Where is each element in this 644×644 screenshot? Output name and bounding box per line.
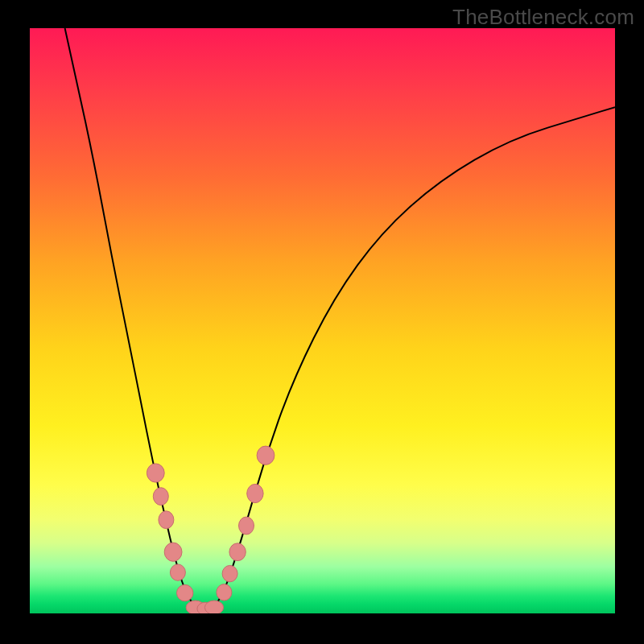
watermark-text: TheBottleneck.com	[452, 5, 634, 30]
marker-bead	[170, 564, 185, 580]
marker-bead	[217, 584, 232, 601]
plot-area	[30, 28, 615, 613]
marker-bead	[239, 517, 254, 535]
marker-bead	[257, 446, 275, 464]
marker-bead	[147, 464, 164, 482]
marker-bead	[222, 565, 237, 581]
marker-bead	[164, 543, 182, 561]
chart-svg	[30, 28, 615, 613]
marker-bead	[247, 484, 263, 502]
marker-beads	[147, 446, 274, 613]
marker-bead	[159, 511, 174, 529]
marker-bead	[229, 543, 246, 561]
app-root: TheBottleneck.com	[0, 0, 644, 644]
bottleneck-curve	[65, 28, 615, 609]
marker-bead	[177, 584, 193, 601]
marker-bead	[153, 488, 168, 506]
marker-bead	[204, 601, 223, 613]
